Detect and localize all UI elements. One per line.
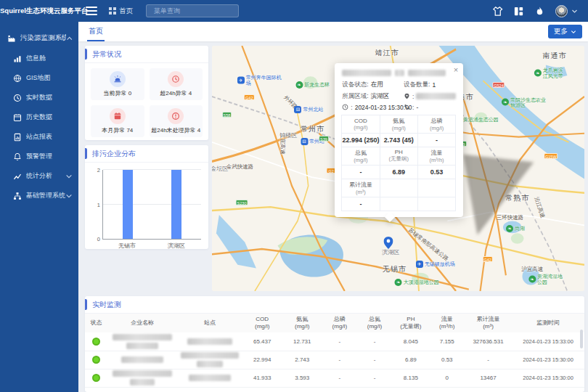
station-marker[interactable]	[383, 237, 393, 252]
metric-value	[417, 197, 456, 211]
table-row-3[interactable]: 41.9333.593--8.1350134672024-01-23 15:30…	[85, 369, 584, 387]
user-menu[interactable]	[555, 5, 578, 17]
bar-无锡市	[123, 170, 133, 239]
sidebar-item-4[interactable]: 历史数据	[0, 107, 78, 127]
value-cell: 22.994	[242, 351, 282, 369]
value-cell: -	[322, 351, 357, 369]
road-shield: S39	[319, 136, 329, 142]
app-root: Squirrel生态环境云服务平台 首页 污染源监测系统	[0, 0, 588, 392]
value-cell: 8.045	[392, 332, 430, 351]
alert-card-2[interactable]: 超24h异常 4	[150, 68, 203, 100]
metric-value	[380, 197, 418, 211]
status-dot-online	[92, 356, 100, 364]
alert-card-3[interactable]: 本月异常 74	[91, 105, 144, 137]
sidebar-toggle-icon[interactable]	[86, 7, 97, 15]
alert-card-label: 本月异常 74	[102, 126, 133, 134]
metric-label: 总氮(mg/l)	[341, 147, 380, 166]
realtime-monitor-panel: 实时监测 状态企业名称站点COD(mg/l)氨氮(mg/l)总磷(mg/l)总氮…	[85, 296, 584, 392]
enterprise-name-redacted	[107, 369, 177, 387]
station-name-redacted	[177, 369, 242, 387]
map-label-road: 江宜高速	[279, 133, 286, 155]
metric-value: 6.89	[380, 165, 418, 179]
metric-label: COD(mg/l)	[341, 115, 380, 134]
chevron-down-icon	[65, 173, 73, 179]
station-info-popup: × 设备状态:在用 设备数量:1 所属区域:滨湖区 :	[335, 63, 463, 217]
value-cell: -	[357, 332, 392, 351]
value-cell: 3.593	[282, 369, 322, 387]
value-cell: 13467	[465, 369, 512, 387]
search-input[interactable]	[154, 7, 239, 15]
more-button[interactable]: 更多	[548, 25, 582, 38]
sidebar-item-label: 预警管理	[26, 152, 52, 161]
sidebar-item-label: 信息舱	[26, 54, 46, 63]
value-cell: 41.933	[242, 369, 282, 387]
map-poi-park: ❧贡湖湾湿地公园	[528, 274, 565, 285]
column-header: 站点	[177, 314, 242, 332]
sidebar-item-7[interactable]: 统计分析	[0, 166, 78, 186]
region-label: 所属区域:	[342, 92, 368, 101]
table-row-1[interactable]: 65.43712.731--8.0457.155327636.5312024-0…	[85, 332, 584, 351]
column-header: 企业名称	[107, 314, 177, 332]
breadcrumb[interactable]: 首页	[109, 7, 133, 16]
sidebar-item-2[interactable]: GIS地图	[0, 68, 78, 88]
column-header: COD(mg/l)	[242, 314, 282, 332]
popup-close-icon[interactable]: ×	[454, 66, 458, 74]
column-header: 累计流量(m³)	[465, 314, 512, 332]
map-label-road: 金武快速路	[226, 163, 254, 171]
value-cell: 7.155	[430, 332, 465, 351]
flame-icon[interactable]	[534, 6, 545, 17]
map-label-city: 常州市	[301, 124, 324, 134]
y-axis-tick: 1	[93, 201, 100, 208]
region-value: 滨湖区	[371, 92, 390, 101]
enterprise-distribution-panel: 排污企业分布 012 无锡市滨湖区	[85, 145, 208, 249]
station-name-redacted	[177, 332, 242, 351]
sidebar-item-5[interactable]: 站点报表	[0, 127, 78, 147]
sidebar-item-3[interactable]: 实时数据	[0, 88, 78, 107]
sidebar-item-8[interactable]: 基础管理系统	[0, 186, 78, 205]
column-header: 总氮(mg/l)	[357, 314, 392, 332]
leaf-icon: ❧	[502, 99, 509, 106]
value-cell: 327636.531	[465, 332, 512, 351]
road-shield: S58	[222, 112, 232, 118]
globe-icon	[13, 74, 22, 83]
sidebar-item-1[interactable]: 信息舱	[0, 49, 78, 68]
sidebar-root-label: 污染源监测系统	[20, 33, 66, 43]
alert-card-4[interactable]: 超24h未处理异常 4	[150, 105, 203, 137]
leaf-icon: ❧	[528, 275, 536, 282]
status-cell	[85, 332, 107, 351]
location-pin-icon	[404, 93, 410, 99]
table-row-2[interactable]: 22.9942.743--6.890.53-2024-01-23 15:30:0…	[85, 351, 584, 369]
panel-title-chart: 排污企业分布	[85, 145, 208, 163]
bell-icon	[13, 152, 22, 161]
road-shield: G15W	[544, 153, 558, 159]
theme-skin-icon[interactable]	[492, 6, 503, 17]
clock-icon	[342, 104, 348, 110]
enterprise-name-redacted	[107, 332, 177, 351]
sidebar-root-pollution-monitor[interactable]: 污染源监测系统	[0, 28, 78, 49]
column-header: 总磷(mg/l)	[322, 314, 357, 332]
value-cell: 6.89	[392, 351, 430, 369]
map-poi-park: ❧新龙生态林	[295, 81, 330, 89]
alert-card-1[interactable]: 当前异常 0	[91, 68, 144, 100]
value-cell: 8.135	[392, 369, 430, 387]
chevron-down-icon	[65, 193, 73, 199]
clockAlert-icon	[168, 71, 184, 87]
value-cell: 0.53	[430, 351, 465, 369]
alert-card-label: 当前异常 0	[103, 89, 131, 97]
dashboard-content: 异常状况 当前异常 0超24h异常 4本月异常 74超24h未处理异常 4 排污…	[78, 41, 588, 291]
table-scrollbar[interactable]	[580, 330, 583, 348]
column-header: PH(无量纲)	[392, 314, 430, 332]
metric-label	[380, 179, 418, 197]
popup-device-info: 设备状态:在用 设备数量:1 所属区域:滨湖区 : :2024-01-23 15…	[342, 81, 456, 111]
transport-icon: ✈	[237, 76, 245, 83]
tab-home[interactable]: 首页	[87, 26, 105, 41]
menu-search	[146, 4, 239, 17]
map-canvas[interactable]: 靖江市南通市常州市钟楼区金坛区无锡市滨湖区常熟市张家港市金武快速路江宜高速外环路…	[212, 46, 584, 291]
value-cell: -	[322, 369, 357, 387]
metric-value: -	[341, 165, 380, 179]
layout-icon[interactable]	[513, 6, 524, 17]
alert-card-label: 超24h未处理异常 4	[151, 126, 200, 134]
status-cell	[85, 351, 107, 369]
sidebar-item-6[interactable]: 预警管理	[0, 147, 78, 166]
sidebar-item-label: 统计分析	[26, 171, 52, 181]
